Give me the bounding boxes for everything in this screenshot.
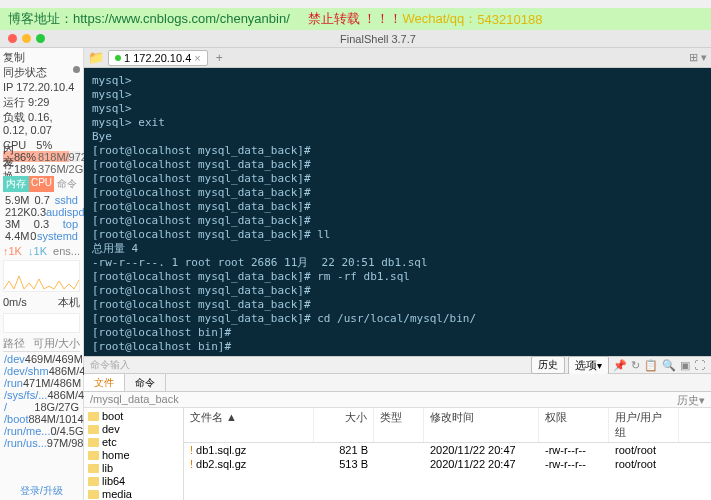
tree-item[interactable]: home	[88, 449, 179, 462]
disk-chart	[3, 313, 80, 333]
options-button[interactable]: 选项▾	[568, 356, 609, 375]
cmd-placeholder[interactable]: 命令输入	[90, 358, 528, 372]
fs-row: /dev/shm486M/486M	[3, 365, 80, 377]
window-titlebar: FinalShell 3.7.7	[0, 30, 711, 48]
file-list[interactable]: 文件名 ▲ 大小 类型 修改时间 权限 用户/用户组 ! db1.sql.gz8…	[184, 408, 711, 500]
status-dot-icon	[115, 55, 121, 61]
sidebar: 复制 同步状态 IP 172.20.10.4 运行 9:29 负载 0.16, …	[0, 48, 84, 500]
net-iface: ens...	[53, 245, 80, 257]
search-icon[interactable]: 🔍	[662, 359, 676, 372]
fs-row: /sys/fs/...486M/486M	[3, 389, 80, 401]
tree-item[interactable]: lib64	[88, 475, 179, 488]
tree-item[interactable]: boot	[88, 410, 179, 423]
col-type[interactable]: 类型	[374, 408, 424, 442]
fs-hdr-usage: 可用/大小	[33, 336, 80, 351]
close-icon[interactable]	[8, 34, 17, 43]
traffic-lights[interactable]	[8, 34, 45, 43]
folder-icon	[88, 451, 99, 460]
tab-cpu[interactable]: CPU	[29, 176, 55, 192]
current-path: /mysql_data_back	[90, 393, 179, 406]
file-panel-tabs: 文件 命令	[84, 374, 711, 392]
fs-hdr-path: 路径	[3, 336, 25, 351]
col-owner[interactable]: 用户/用户组	[609, 408, 679, 442]
fs-row: /run/me...0/4.5G	[3, 425, 80, 437]
terminal[interactable]: mysql> mysql> mysql> mysql> exit Bye [ro…	[84, 68, 711, 356]
file-path-bar[interactable]: /mysql_data_back 历史▾	[84, 392, 711, 408]
history-button[interactable]: 历史	[531, 356, 565, 374]
net-down: ↓1K	[28, 245, 47, 257]
load-label: 负载 0.16, 0.12, 0.07	[3, 111, 80, 137]
minimize-icon[interactable]	[22, 34, 31, 43]
mem-bar: 内存86%818M/972M	[3, 151, 80, 162]
fs-row: /run/us...97M/98M	[3, 437, 80, 449]
tab-cmd[interactable]: 命令	[54, 176, 80, 192]
tree-item[interactable]: dev	[88, 423, 179, 436]
fs-row: /dev469M/469M	[3, 353, 80, 365]
uptime-label: 运行 9:29	[3, 96, 49, 109]
terminal-icon[interactable]: ▣	[680, 359, 690, 372]
tree-item[interactable]: lib	[88, 462, 179, 475]
net-up: ↑1K	[3, 245, 22, 257]
folder-icon	[88, 438, 99, 447]
watermark-contact: 543210188	[477, 12, 542, 27]
expand-icon[interactable]: ⛶	[694, 359, 705, 371]
col-name[interactable]: 文件名 ▲	[184, 408, 314, 442]
close-tab-icon[interactable]: ×	[194, 52, 200, 64]
swap-bar: 交换18%376M/2G	[3, 163, 80, 174]
copy-icon[interactable]: 📋	[644, 359, 658, 372]
folder-icon	[88, 464, 99, 473]
folder-icon	[88, 412, 99, 421]
tab-files[interactable]: 文件	[84, 374, 125, 391]
login-upgrade-link[interactable]: 登录/升级	[20, 484, 63, 498]
tab-title: 1 172.20.10.4	[124, 52, 191, 64]
watermark-bar: 博客地址：https://www.cnblogs.com/chenyanbin/…	[0, 8, 711, 30]
net-chart	[3, 260, 80, 292]
tree-item[interactable]: media	[88, 488, 179, 500]
tab-mem[interactable]: 内存	[3, 176, 29, 192]
proc-row: 4.4M0systemd	[3, 230, 80, 242]
session-tabbar: 📁 1 172.20.10.4× + ⊞ ▾	[84, 48, 711, 68]
sidebar-tabs[interactable]: 内存 CPU 命令	[3, 176, 80, 192]
proc-row: 212K0.3audispd	[3, 206, 80, 218]
fs-row: /18G/27G	[3, 401, 80, 413]
speed-r: 本机	[58, 296, 80, 309]
window-title: FinalShell 3.7.7	[45, 33, 711, 45]
tab-commands[interactable]: 命令	[125, 374, 166, 391]
proc-row: 5.9M0.7sshd	[3, 194, 80, 206]
maximize-icon[interactable]	[36, 34, 45, 43]
fs-row: /boot884M/1014M	[3, 413, 80, 425]
pin-icon[interactable]: 📌	[613, 359, 627, 372]
watermark-warn: 禁止转载 ！！！	[308, 10, 403, 28]
add-tab-button[interactable]: +	[212, 51, 227, 65]
folder-tree[interactable]: bootdevetchomeliblib64mediamntmysql_data…	[84, 408, 184, 500]
tree-item[interactable]: etc	[88, 436, 179, 449]
col-perm[interactable]: 权限	[539, 408, 609, 442]
proc-row: 3M0.3top	[3, 218, 80, 230]
ip-label: IP 172.20.10.4	[3, 81, 74, 94]
col-size[interactable]: 大小	[314, 408, 374, 442]
fs-row: /run471M/486M	[3, 377, 80, 389]
file-list-header[interactable]: 文件名 ▲ 大小 类型 修改时间 权限 用户/用户组	[184, 408, 711, 443]
command-input-bar: 命令输入 历史 选项▾ 📌 ↻ 📋 🔍 ▣ ⛶	[84, 356, 711, 374]
refresh-icon[interactable]: ↻	[631, 359, 640, 372]
speed-l: 0m/s	[3, 296, 27, 309]
folder-icon	[88, 477, 99, 486]
file-row[interactable]: ! db2.sql.gz513 B2020/11/22 20:47-rw-r--…	[184, 457, 711, 471]
sync-status: 同步状态	[3, 66, 47, 79]
folder-icon	[88, 490, 99, 499]
watermark-contact-label: Wechat/qq：	[402, 10, 477, 28]
watermark-url: 博客地址：https://www.cnblogs.com/chenyanbin/	[8, 10, 290, 28]
folder-icon[interactable]: 📁	[88, 50, 104, 65]
sync-dot-icon	[73, 66, 80, 73]
folder-icon	[88, 425, 99, 434]
file-row[interactable]: ! db1.sql.gz821 B2020/11/22 20:47-rw-r--…	[184, 443, 711, 457]
cpu-bar: CPU5%	[3, 139, 80, 150]
path-history-button[interactable]: 历史▾	[677, 393, 705, 406]
col-date[interactable]: 修改时间	[424, 408, 539, 442]
session-tab[interactable]: 1 172.20.10.4×	[108, 50, 208, 66]
grid-icon[interactable]: ⊞ ▾	[689, 51, 707, 64]
copy-label[interactable]: 复制	[3, 51, 25, 64]
